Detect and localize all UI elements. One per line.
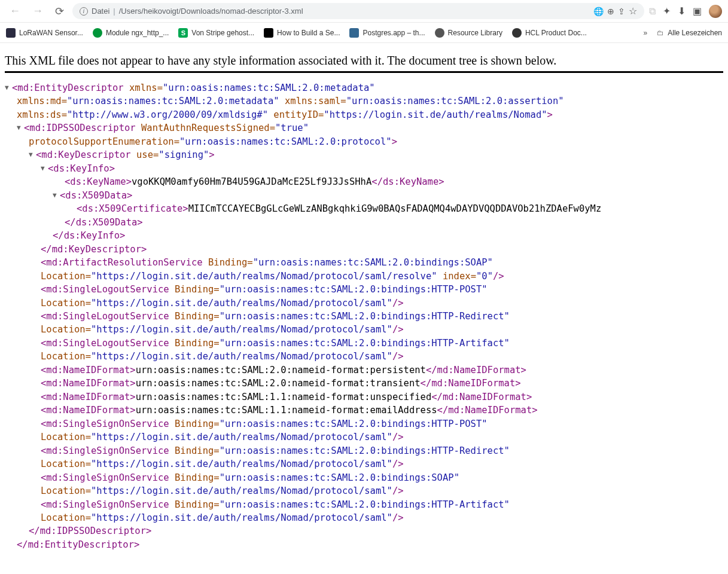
extensions-puzzle-icon[interactable]: ✦: [663, 5, 671, 17]
page-content: This XML file does not appear to have an…: [0, 43, 728, 563]
profile-avatar[interactable]: [709, 5, 722, 18]
xml-line[interactable]: xmlns:ds="http://www.w3.org/2000/09/xmld…: [5, 108, 723, 121]
xml-line[interactable]: <ds:KeyName>vgoKKQM0amfy60Hm7B4U59GAJDaM…: [5, 175, 723, 188]
info-icon[interactable]: i: [80, 7, 88, 16]
zoom-icon[interactable]: ⊕: [607, 7, 614, 16]
extension-icon[interactable]: ⧉: [649, 6, 656, 17]
bookmark-item[interactable]: Resource Library: [435, 28, 502, 38]
xml-line[interactable]: ▼<md:EntityDescriptor xmlns="urn:oasis:n…: [5, 81, 723, 94]
panel-icon[interactable]: ▣: [693, 5, 702, 17]
share-icon[interactable]: ⇪: [618, 7, 625, 16]
bookmark-item[interactable]: SVon Stripe gehost...: [178, 28, 254, 38]
bookmark-item[interactable]: LoRaWAN Sensor...: [6, 28, 83, 38]
xml-line[interactable]: protocolSupportEnumeration="urn:oasis:na…: [5, 135, 723, 148]
xml-line[interactable]: <md:SingleSignOnService Binding="urn:oas…: [5, 444, 723, 457]
xml-line[interactable]: <md:SingleLogoutService Binding="urn:oas…: [5, 310, 723, 323]
bookmark-star-icon[interactable]: ☆: [629, 5, 637, 17]
xml-line[interactable]: <md:NameIDFormat>urn:oasis:names:tc:SAML…: [5, 377, 723, 390]
xml-line[interactable]: </md:IDPSSODescriptor>: [5, 524, 723, 538]
disclosure-triangle-icon[interactable]: ▼: [29, 150, 36, 160]
bookmark-overflow[interactable]: »: [644, 29, 648, 37]
xml-line[interactable]: <md:SingleSignOnService Binding="urn:oas…: [5, 498, 723, 511]
xml-line[interactable]: Location="https://login.sit.de/auth/real…: [5, 297, 723, 310]
url-path: /Users/heikovoigt/Downloads/nomad-descri…: [119, 7, 303, 16]
url-prefix: Datei: [92, 7, 109, 16]
xml-line[interactable]: </ds:KeyInfo>: [5, 229, 723, 242]
xml-line[interactable]: Location="https://login.sit.de/auth/real…: [5, 350, 723, 363]
xml-line[interactable]: <ds:X509Certificate>MIICmTCCAYECBgGLcGeW…: [5, 202, 723, 215]
xml-line[interactable]: <md:NameIDFormat>urn:oasis:names:tc:SAML…: [5, 364, 723, 377]
xml-line[interactable]: ▼<ds:KeyInfo>: [5, 162, 723, 175]
xml-line[interactable]: Location="https://login.sit.de/auth/real…: [5, 323, 723, 336]
xml-line[interactable]: xmlns:md="urn:oasis:names:tc:SAML:2.0:me…: [5, 94, 723, 108]
translate-icon[interactable]: 🌐: [593, 7, 604, 16]
browser-toolbar: ← → ⟳ i Datei | /Users/heikovoigt/Downlo…: [0, 0, 728, 23]
bookmark-item[interactable]: HCL Product Doc...: [512, 28, 587, 38]
xml-line[interactable]: </md:EntityDescriptor>: [5, 538, 723, 551]
bookmarks-bar: LoRaWAN Sensor... Module ngx_http_... SV…: [0, 23, 728, 43]
xml-line[interactable]: Location="https://login.sit.de/auth/real…: [5, 457, 723, 471]
xml-line[interactable]: Location="https://login.sit.de/auth/real…: [5, 484, 723, 497]
forward-button[interactable]: →: [29, 4, 47, 19]
xml-line[interactable]: Location="https://login.sit.de/auth/real…: [5, 430, 723, 444]
disclosure-triangle-icon[interactable]: ▼: [17, 123, 24, 133]
xml-line[interactable]: Location="https://login.sit.de/auth/real…: [5, 270, 723, 283]
xml-line[interactable]: <md:SingleSignOnService Binding="urn:oas…: [5, 417, 723, 430]
xml-line[interactable]: </ds:X509Data>: [5, 216, 723, 229]
xml-line[interactable]: <md:ArtifactResolutionService Binding="u…: [5, 256, 723, 269]
disclosure-triangle-icon[interactable]: ▼: [5, 83, 12, 93]
toolbar-icons: ⧉ ✦ ⬇ ▣: [649, 5, 722, 18]
xml-line[interactable]: <md:SingleLogoutService Binding="urn:oas…: [5, 283, 723, 296]
reload-button[interactable]: ⟳: [51, 4, 68, 19]
address-bar[interactable]: i Datei | /Users/heikovoigt/Downloads/no…: [72, 3, 644, 19]
xml-line[interactable]: ▼<md:IDPSSODescriptor WantAuthnRequestsS…: [5, 121, 723, 135]
xml-notice: This XML file does not appear to have an…: [5, 48, 723, 73]
xml-line[interactable]: ▼<ds:X509Data>: [5, 189, 723, 202]
disclosure-triangle-icon[interactable]: ▼: [53, 191, 60, 200]
disclosure-triangle-icon[interactable]: ▼: [41, 164, 48, 173]
bookmark-item[interactable]: How to Build a Se...: [264, 28, 340, 38]
bookmark-item[interactable]: Postgres.app – th...: [349, 28, 425, 38]
xml-line[interactable]: ▼<md:KeyDescriptor use="signing">: [5, 148, 723, 161]
xml-line[interactable]: <md:SingleLogoutService Binding="urn:oas…: [5, 337, 723, 350]
xml-line[interactable]: Location="https://login.sit.de/auth/real…: [5, 511, 723, 524]
back-button[interactable]: ←: [6, 4, 24, 19]
xml-tree: ▼<md:EntityDescriptor xmlns="urn:oasis:n…: [5, 81, 723, 551]
all-bookmarks[interactable]: 🗀Alle Lesezeichen: [657, 29, 722, 37]
xml-line[interactable]: <md:NameIDFormat>urn:oasis:names:tc:SAML…: [5, 404, 723, 417]
xml-line[interactable]: <md:SingleSignOnService Binding="urn:oas…: [5, 471, 723, 484]
xml-line[interactable]: <md:NameIDFormat>urn:oasis:names:tc:SAML…: [5, 390, 723, 404]
bookmark-item[interactable]: Module ngx_http_...: [93, 28, 169, 38]
xml-line[interactable]: </md:KeyDescriptor>: [5, 243, 723, 256]
downloads-icon[interactable]: ⬇: [678, 5, 686, 17]
